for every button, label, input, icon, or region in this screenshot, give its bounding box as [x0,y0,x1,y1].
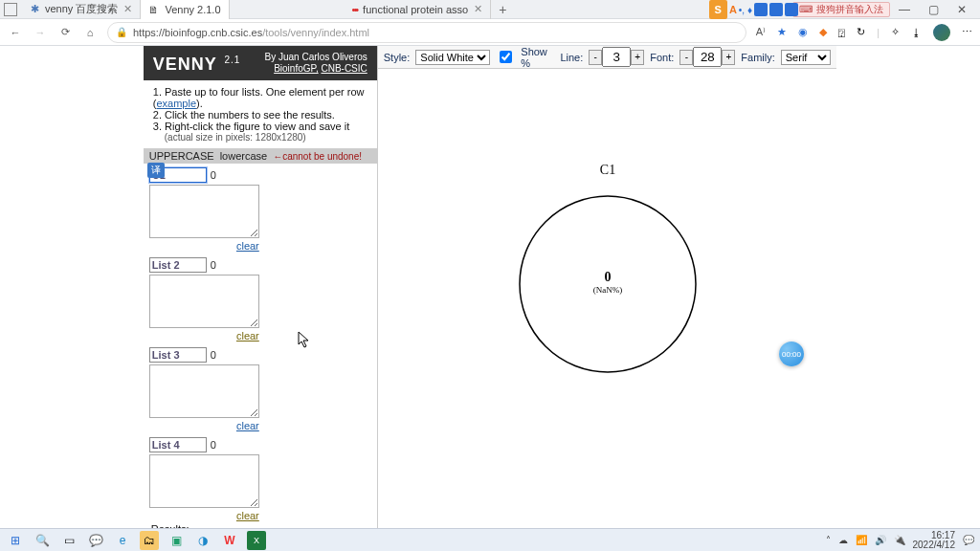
tab-label: functional protein asso [363,4,468,15]
tab-functional-protein[interactable]: ••• functional protein asso ✕ [345,0,492,19]
close-icon[interactable]: ✕ [474,3,482,15]
refresh-button[interactable]: ⟳ [57,25,73,40]
maximize-button[interactable]: ▢ [919,3,947,16]
sogou-badge: S [709,0,727,19]
ime-icon [785,3,798,16]
collections-icon[interactable]: ✧ [891,26,900,38]
ext-icon[interactable]: ◉ [798,26,808,38]
window-icon [4,3,17,16]
tab-label: venny 百度搜索 [45,2,118,16]
home-button[interactable]: ⌂ [82,25,98,40]
forward-button[interactable]: → [33,25,48,40]
read-aloud-icon[interactable]: A⁾ [756,26,766,38]
favorite-icon[interactable]: ★ [777,26,787,38]
close-icon[interactable]: ✕ [123,3,132,15]
tab-venny-210[interactable]: 🗎 Venny 2.1.0 [141,0,229,19]
back-button[interactable]: ← [8,25,23,40]
minimize-button[interactable]: — [890,3,919,16]
ime-icon [769,3,783,16]
ime-icon [754,3,768,16]
ext-icon[interactable]: ◆ [819,26,827,38]
tab-venny-baidu[interactable]: ✱ venny 百度搜索 ✕ [23,0,141,19]
tab-label: Venny 2.1.0 [165,4,220,15]
address-bar: ← → ⟳ ⌂ 🔒 https://bioinfogp.cnb.csic.es/… [0,19,980,46]
page-icon: 🗎 [148,4,159,15]
more-icon[interactable]: ⋯ [962,26,972,38]
downloads-icon[interactable]: ⭳ [911,27,922,38]
ime-chip[interactable]: ⌨ 搜狗拼音输入法 [792,2,890,17]
showpct-label: Show % [521,46,554,47]
close-window-button[interactable]: ✕ [947,3,976,16]
new-tab-button[interactable]: + [491,2,514,17]
profile-avatar[interactable] [933,24,950,41]
ext-icon[interactable]: ↻ [857,26,865,38]
lock-icon: 🔒 [116,27,127,37]
sogou-ime-bar: S A •, ♦ [709,0,798,19]
browser-titlebar: ✱ venny 百度搜索 ✕ 🗎 Venny 2.1.0 S A •, ♦ ••… [0,0,980,19]
url-field[interactable]: 🔒 https://bioinfogp.cnb.csic.es/tools/ve… [107,22,746,43]
ext-icon[interactable]: ⍰ [838,27,845,38]
